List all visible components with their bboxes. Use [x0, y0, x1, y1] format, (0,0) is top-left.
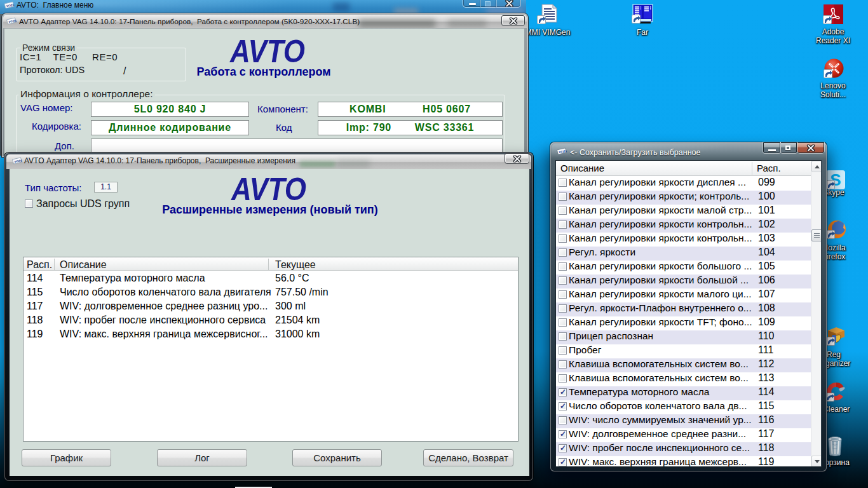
svg-text:vcds: vcds: [6, 3, 15, 8]
svg-text:vcds: vcds: [14, 158, 22, 163]
svg-text:vcds: vcds: [8, 18, 17, 24]
svg-text:vcds: vcds: [559, 149, 567, 154]
